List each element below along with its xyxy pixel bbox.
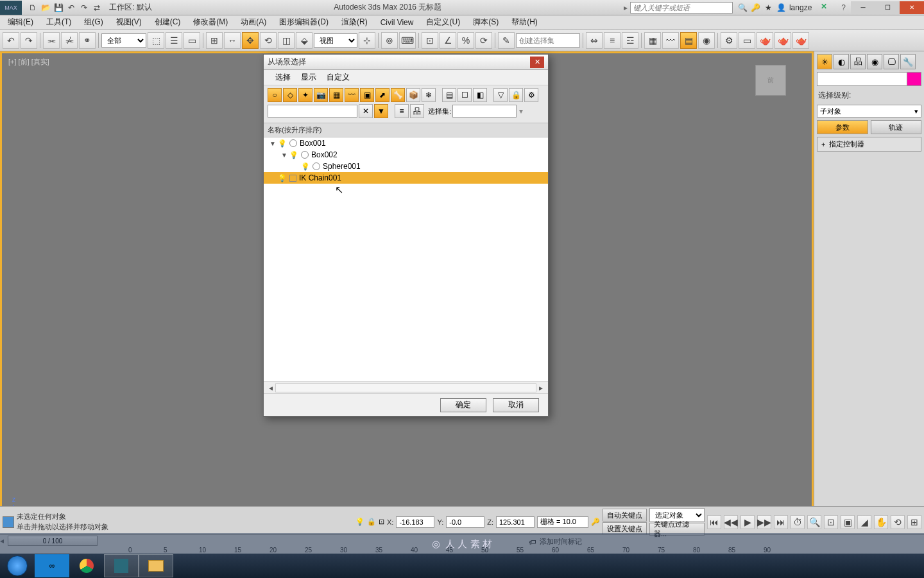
render-production-button[interactable]: 🫖 <box>774 32 791 49</box>
dialog-menu-display[interactable]: 显示 <box>301 72 316 83</box>
key-icon-status[interactable]: 🔑 <box>591 518 600 526</box>
viewport-label[interactable]: [+] [前] [真实] <box>8 57 49 67</box>
redo-icon[interactable]: ↷ <box>78 2 90 13</box>
orbit-icon[interactable]: ⟲ <box>891 515 905 529</box>
key-filters-button[interactable]: 关键点过滤器... <box>649 523 705 536</box>
tracks-button[interactable]: 轨迹 <box>871 120 922 134</box>
z-value[interactable]: 125.301 <box>496 516 535 528</box>
select-region-button[interactable]: ▭ <box>184 32 200 49</box>
snap-toggle-button[interactable]: ⊡ <box>422 32 438 49</box>
prev-frame-icon[interactable]: ◀◀ <box>724 515 738 529</box>
material-editor-button[interactable]: ◉ <box>698 32 715 49</box>
menu-render[interactable]: 渲染(R) <box>339 15 370 29</box>
render-frame-button[interactable]: ▭ <box>739 32 755 49</box>
filter-geometry-icon[interactable]: ○ <box>268 88 282 102</box>
visibility-icon[interactable]: 💡 <box>278 139 287 148</box>
menu-edit[interactable]: 编辑(E) <box>5 15 36 29</box>
time-config-icon[interactable]: ⏱ <box>791 515 805 529</box>
scroll-left-icon[interactable]: ◂ <box>266 383 275 392</box>
taskbar-chrome[interactable] <box>69 554 104 577</box>
dropdown-arrow-icon[interactable]: ▾ <box>519 107 523 116</box>
play-icon[interactable]: ▶ <box>740 515 755 529</box>
filter-frozen-icon[interactable]: ❄ <box>422 88 436 102</box>
menu-graph[interactable]: 图形编辑器(D) <box>277 15 331 29</box>
tab-display[interactable]: 🖵 <box>884 54 899 69</box>
menu-animation[interactable]: 动画(A) <box>238 15 269 29</box>
render-iterative-button[interactable]: 🫖 <box>792 32 809 49</box>
unlink-button[interactable]: ⫘̸ <box>61 32 78 49</box>
placement-button[interactable]: ⬙ <box>296 32 312 49</box>
dialog-list-header[interactable]: 名称(按升序排序) <box>264 123 548 137</box>
taskbar-explorer[interactable] <box>139 554 173 577</box>
filter-xrefs-icon[interactable]: ⬈ <box>375 88 389 102</box>
infocenter-arrow-icon[interactable]: ▸ <box>624 3 628 12</box>
visibility-icon[interactable]: 💡 <box>301 162 310 171</box>
selection-filter-dropdown[interactable]: 全部 <box>101 33 146 48</box>
tab-utilities[interactable]: 🔧 <box>900 54 916 69</box>
named-selection-input[interactable] <box>516 33 580 48</box>
selection-level-dropdown[interactable]: 子对象▾ <box>817 105 921 118</box>
render-button[interactable]: 🫖 <box>757 32 773 49</box>
taskbar-app-1[interactable]: ∞ <box>35 554 69 577</box>
tab-motion[interactable]: ◉ <box>867 54 882 69</box>
link-icon[interactable]: ⇄ <box>91 2 103 13</box>
list-item[interactable]: ▼ 💡 Box001 <box>264 137 548 149</box>
clear-search-icon[interactable]: ✕ <box>359 104 373 118</box>
percent-snap-button[interactable]: % <box>458 32 474 49</box>
maximize-button[interactable]: ☐ <box>875 1 900 14</box>
rotate-button[interactable]: ⟲ <box>260 32 277 49</box>
tab-create[interactable]: ✳ <box>817 54 832 69</box>
undo-icon[interactable]: ↶ <box>65 2 77 13</box>
filter-spacewarps-icon[interactable]: 〰 <box>345 88 359 102</box>
menu-tools[interactable]: 工具(T) <box>44 15 74 29</box>
parameters-button[interactable]: 参数 <box>817 120 868 134</box>
tab-hierarchy[interactable]: 品 <box>850 54 866 69</box>
y-value[interactable]: -0.0 <box>446 516 484 528</box>
zoom-extents-icon[interactable]: ▣ <box>841 515 855 529</box>
move-button[interactable]: ✥ <box>242 32 259 49</box>
menu-civil[interactable]: Civil View <box>378 17 416 28</box>
pivot-button[interactable]: ⊹ <box>359 32 375 49</box>
lock-icon[interactable]: 🔒 <box>367 518 376 526</box>
time-tag-icon[interactable]: 🏷 <box>529 538 536 546</box>
ok-button[interactable]: 确定 <box>440 398 486 412</box>
curve-editor-button[interactable]: 〰 <box>662 32 679 49</box>
bind-button[interactable]: ⚭ <box>79 32 96 49</box>
expand-icon[interactable]: ▼ <box>269 140 277 147</box>
lock-icon[interactable]: 🔒 <box>509 88 523 102</box>
lock-selection-icon[interactable]: 💡 <box>355 518 364 526</box>
list-item[interactable]: 💡 Sphere001 <box>264 161 548 172</box>
help-icon[interactable]: ? <box>841 3 846 12</box>
select-name-button[interactable]: ☰ <box>166 32 182 49</box>
script-listener-icon[interactable] <box>3 516 14 528</box>
app-logo[interactable]: MAX <box>0 1 22 15</box>
angle-snap-button[interactable]: ∠ <box>440 32 456 49</box>
key-icon[interactable]: 🔑 <box>751 3 761 13</box>
auto-key-button[interactable]: 自动关键点 <box>603 509 647 521</box>
zoom-all-icon[interactable]: ⊡ <box>824 515 838 529</box>
fov-icon[interactable]: ◢ <box>857 515 871 529</box>
menu-group[interactable]: 组(G) <box>81 15 105 29</box>
filter-helpers-icon[interactable]: ▦ <box>329 88 343 102</box>
menu-help[interactable]: 帮助(H) <box>509 15 540 29</box>
start-button[interactable] <box>0 554 35 578</box>
goto-end-icon[interactable]: ⏭ <box>774 515 788 529</box>
exchange-icon[interactable]: ✕ <box>821 2 832 13</box>
selection-set-dropdown[interactable] <box>452 105 517 118</box>
filter-lights-icon[interactable]: ✦ <box>298 88 312 102</box>
dialog-close-button[interactable]: ✕ <box>530 57 544 68</box>
close-button[interactable]: ✕ <box>900 1 924 14</box>
search-input[interactable] <box>630 2 733 13</box>
spinner-snap-button[interactable]: ⟳ <box>475 32 492 49</box>
binoculars-icon[interactable]: 🔍 <box>738 3 748 13</box>
dialog-hscroll[interactable]: ◂ ▸ <box>264 381 548 393</box>
expand-all-icon[interactable]: ≡ <box>395 104 409 118</box>
filter-containers-icon[interactable]: 📦 <box>406 88 420 102</box>
refcoord-dropdown[interactable]: 视图 <box>314 33 357 48</box>
link-button[interactable]: ⫘ <box>43 32 60 49</box>
username[interactable]: langze <box>789 3 812 12</box>
filter-shapes-icon[interactable]: ◇ <box>283 88 297 102</box>
dialog-menu-select[interactable]: 选择 <box>275 72 291 83</box>
dialog-object-list[interactable]: ▼ 💡 Box001 ▼ 💡 Box002 💡 Sphere001 💡 IK C… <box>264 137 548 381</box>
add-time-marker[interactable]: 添加时间标记 <box>540 537 582 547</box>
